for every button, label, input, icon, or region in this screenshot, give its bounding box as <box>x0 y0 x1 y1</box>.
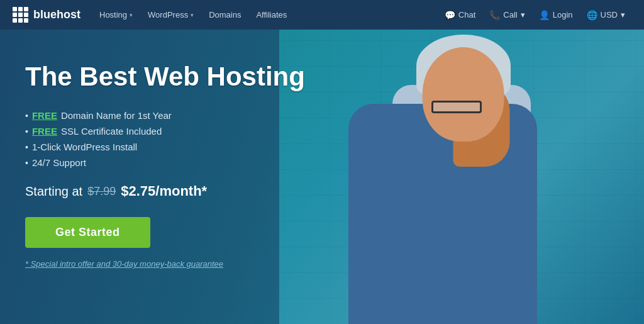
bullet-icon: • <box>25 142 28 152</box>
feature-ssl: • FREE SSL Certificate Included <box>25 126 327 137</box>
brand-logo[interactable]: bluehost <box>13 7 80 23</box>
navbar: bluehost Hosting ▾ WordPress ▾ Domains A… <box>0 0 644 30</box>
hero-title: The Best Web Hosting <box>25 61 327 92</box>
hero-disclaimer[interactable]: * Special intro offer and 30-day money-b… <box>25 259 327 269</box>
hero-features-list: • FREE Domain Name for 1st Year • FREE S… <box>25 110 327 168</box>
bullet-icon: • <box>25 111 28 121</box>
hero-pricing: Starting at $7.99 $2.75/month* <box>25 183 327 199</box>
hero-photo <box>279 30 644 324</box>
chevron-down-icon: ▾ <box>191 12 194 18</box>
feature-free-label2: FREE <box>32 126 57 137</box>
user-icon: 👤 <box>539 10 550 20</box>
nav-wordpress[interactable]: WordPress ▾ <box>142 0 200 30</box>
head-shape <box>423 47 504 142</box>
brand-grid-icon <box>13 7 28 23</box>
feature-support-text: 24/7 Support <box>32 157 86 168</box>
feature-domain-text: Domain Name for 1st Year <box>61 110 172 121</box>
nav-hosting[interactable]: Hosting ▾ <box>93 0 139 30</box>
get-started-button[interactable]: Get Started <box>25 217 150 248</box>
glasses-shape <box>431 101 482 113</box>
price-new: $2.75/month* <box>121 183 207 199</box>
nav-right: 💬 Chat 📞 Call ▾ 👤 Login 🌐 USD ▾ <box>438 0 631 30</box>
pricing-prefix: Starting at <box>25 184 82 199</box>
nav-call[interactable]: 📞 Call ▾ <box>483 0 531 30</box>
phone-icon: 📞 <box>489 10 500 20</box>
feature-domain: • FREE Domain Name for 1st Year <box>25 110 327 121</box>
chevron-down-icon: ▾ <box>521 10 525 20</box>
nav-affiliates[interactable]: Affiliates <box>250 0 293 30</box>
bullet-icon: • <box>25 158 28 168</box>
price-old: $7.99 <box>87 185 116 198</box>
bullet-icon: • <box>25 126 28 137</box>
globe-icon: 🌐 <box>587 10 597 20</box>
brand-name: bluehost <box>33 8 80 21</box>
person-silhouette <box>342 35 581 324</box>
nav-links: Hosting ▾ WordPress ▾ Domains Affiliates <box>93 0 438 30</box>
nav-chat[interactable]: 💬 Chat <box>438 0 482 30</box>
feature-wordpress-text: 1-Click WordPress Install <box>32 142 137 152</box>
nav-domains[interactable]: Domains <box>203 0 247 30</box>
hero-content: The Best Web Hosting • FREE Domain Name … <box>25 61 327 269</box>
feature-ssl-text: SSL Certificate Included <box>61 126 162 137</box>
nav-login[interactable]: 👤 Login <box>533 0 579 30</box>
chevron-down-icon: ▾ <box>621 10 625 20</box>
chevron-down-icon: ▾ <box>130 12 133 18</box>
feature-wordpress: • 1-Click WordPress Install <box>25 142 327 152</box>
feature-support: • 24/7 Support <box>25 157 327 168</box>
nav-currency[interactable]: 🌐 USD ▾ <box>580 0 631 30</box>
chat-icon: 💬 <box>445 10 455 20</box>
hero-section: The Best Web Hosting • FREE Domain Name … <box>0 30 644 324</box>
feature-free-label: FREE <box>32 110 57 121</box>
